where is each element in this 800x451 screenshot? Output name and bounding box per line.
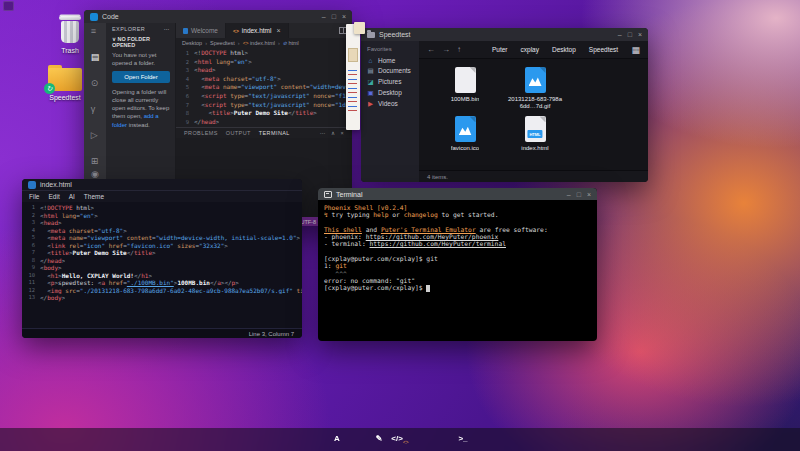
taskbar-browser-icon[interactable] <box>413 430 430 447</box>
editor-window: index.html FileEditAITheme 1 <!DOCTYPE h… <box>22 179 302 338</box>
taskbar-app-center-icon[interactable]: A <box>329 430 346 447</box>
breadcrumb-item[interactable]: Desktop <box>552 46 576 53</box>
terminal-titlebar[interactable]: Terminal – □ × <box>318 188 597 200</box>
close-button[interactable]: × <box>587 191 591 198</box>
panel-close-icon[interactable]: × <box>340 130 344 136</box>
taskbar-code-icon[interactable]: </> <box>392 430 409 447</box>
tab-welcome[interactable]: Welcome <box>176 23 226 38</box>
item-count: 4 items. <box>427 174 448 180</box>
code-line: <html lang="en"> <box>194 58 252 67</box>
file-item[interactable]: 100MB.bin <box>437 67 493 110</box>
panel-tab-problems[interactable]: PROBLEMS <box>184 130 218 136</box>
breadcrumb-item[interactable]: Speedtest <box>589 46 618 53</box>
more-actions-icon[interactable]: ⋯ <box>320 130 326 136</box>
breadcrumb-item[interactable]: html <box>278 40 299 46</box>
breadcrumb-item[interactable]: Speedtest <box>205 40 235 46</box>
menu-item[interactable]: Theme <box>84 193 104 200</box>
no-folder-text: You have not yet opened a folder. <box>112 51 170 67</box>
minimize-button[interactable]: – <box>618 31 622 38</box>
line-number: 10 <box>22 272 35 280</box>
vscode-titlebar[interactable]: Code – □ × <box>84 10 352 23</box>
account-icon[interactable]: ◉ <box>91 169 99 179</box>
code-line-row: 7 <script type="text/javascript" nonce="… <box>176 101 352 110</box>
line-number: 8 <box>22 257 35 265</box>
minimize-button[interactable]: – <box>567 191 571 198</box>
html-file-icon <box>28 181 36 189</box>
run-debug-icon[interactable]: ▷ <box>91 130 100 140</box>
sidebar-item[interactable]: ▣ Desktop <box>365 87 415 98</box>
editor-window-title: index.html <box>40 181 72 188</box>
code-line: <head> <box>194 66 216 75</box>
minimap-thumbnail <box>348 48 358 62</box>
file-item[interactable]: 20131218-683-798a6dd…7d.gif <box>507 67 563 110</box>
panel-tab-output[interactable]: OUTPUT <box>226 130 251 136</box>
extensions-icon[interactable]: ⊞ <box>91 156 100 166</box>
breadcrumb-item[interactable]: cxplay <box>521 46 539 53</box>
panel-tab-terminal[interactable]: TERMINAL <box>259 130 290 136</box>
explorer-icon[interactable]: ▤ <box>91 52 100 62</box>
file-manager-toolbar: ←→↑ PutercxplayDesktopSpeedtest ▦ <box>419 41 648 59</box>
more-actions-icon[interactable]: ⋯ <box>164 26 170 32</box>
maximize-button[interactable]: □ <box>577 191 581 198</box>
code-line-row: 3 <head> <box>176 66 352 75</box>
code-line: <h1>Hello, CXPLAY World!</h1> <box>40 272 152 280</box>
code-line: <title>Puter Demo Site</title> <box>40 249 156 257</box>
taskbar-dev-center-icon[interactable] <box>350 430 367 447</box>
file-item[interactable]: HTML index.html <box>507 116 563 152</box>
editor-titlebar[interactable]: index.html <box>22 179 302 191</box>
encoding-indicator[interactable]: UTF-8 <box>300 219 316 225</box>
terminal-line <box>324 219 591 226</box>
file-manager-titlebar[interactable]: Speedtest – □ × <box>361 28 648 41</box>
grid-view-icon[interactable]: ▦ <box>631 45 640 55</box>
taskbar-speedtest-icon[interactable] <box>476 430 493 447</box>
sync-badge-icon: ↻ <box>44 83 55 94</box>
terminal-output[interactable]: Phoenix Shell [v0.2.4]↯ try typing help … <box>318 200 597 341</box>
back-arrow-icon[interactable]: ← <box>427 45 435 54</box>
file-item[interactable]: favicon.ico <box>437 116 493 152</box>
code-line-row: 13 </body> <box>22 294 302 302</box>
close-button[interactable]: × <box>342 13 346 20</box>
taskbar-launcher-icon[interactable] <box>287 430 304 447</box>
up-arrow-icon[interactable]: ↑ <box>457 45 461 54</box>
maximize-button[interactable]: □ <box>628 31 632 38</box>
breadcrumb-item[interactable]: index.html <box>238 40 275 46</box>
sidebar-item[interactable]: ▤ Documents <box>365 65 415 76</box>
menu-item[interactable]: Edit <box>48 193 59 200</box>
explorer-section-header[interactable]: ∨ NO FOLDER OPENED <box>112 36 170 48</box>
taskbar-recorder-icon[interactable] <box>434 430 451 447</box>
close-tab-icon[interactable]: × <box>276 27 280 34</box>
menu-item[interactable]: File <box>29 193 39 200</box>
minimize-button[interactable]: – <box>322 13 326 20</box>
sidebar-item[interactable]: ⌂ Home <box>365 55 415 65</box>
breadcrumb-item[interactable]: Desktop <box>182 40 202 46</box>
editor-menubar: FileEditAITheme <box>22 191 302 202</box>
sidebar-item[interactable]: ▶ Videos <box>365 98 415 109</box>
editor-code-area[interactable]: 1 <!DOCTYPE html> 2 <html lang="en"> 3 <… <box>22 202 302 328</box>
vscode-breadcrumbs: DesktopSpeedtestindex.htmlhtml <box>176 38 352 47</box>
taskbar-editor-icon[interactable]: ✎ <box>371 430 388 447</box>
code-line-row: 1 <!DOCTYPE html> <box>176 49 352 58</box>
editor-statusbar: Line 3, Column 7 <box>22 328 302 338</box>
line-number: 7 <box>22 249 35 257</box>
file-name: favicon.ico <box>451 145 479 152</box>
breadcrumb-item[interactable]: Puter <box>492 46 508 53</box>
menu-icon[interactable]: ≡ <box>91 26 100 36</box>
code-line-row: 6 <link rel="icon" href="favicon.ico" si… <box>22 242 302 250</box>
cursor-position: Line 3, Column 7 <box>249 331 294 337</box>
taskbar-terminal-icon[interactable]: >_ <box>455 430 472 447</box>
search-icon[interactable]: ⊙ <box>91 78 100 88</box>
code-line: <script type="text/javascript" nonce="f1… <box>194 92 352 101</box>
forward-arrow-icon[interactable]: → <box>442 45 450 54</box>
panel-expand-icon[interactable]: ∧ <box>331 130 335 136</box>
code-line: <p>speedtest: <a href="./100MB.bin">100M… <box>40 279 239 287</box>
vscode-code-area[interactable]: 1 <!DOCTYPE html> 2 <html lang="en"> 3 <… <box>176 47 352 127</box>
sidebar-item[interactable]: ◪ Pictures <box>365 76 415 87</box>
menu-item[interactable]: AI <box>69 193 75 200</box>
maximize-button[interactable]: □ <box>332 13 336 20</box>
taskbar-trash-icon[interactable] <box>497 430 514 447</box>
source-control-icon[interactable]: γ <box>91 104 100 114</box>
open-folder-button[interactable]: Open Folder <box>112 71 170 83</box>
taskbar-files-icon[interactable] <box>308 430 325 447</box>
close-button[interactable]: × <box>638 31 642 38</box>
tab-index-html[interactable]: index.html × <box>226 23 289 38</box>
